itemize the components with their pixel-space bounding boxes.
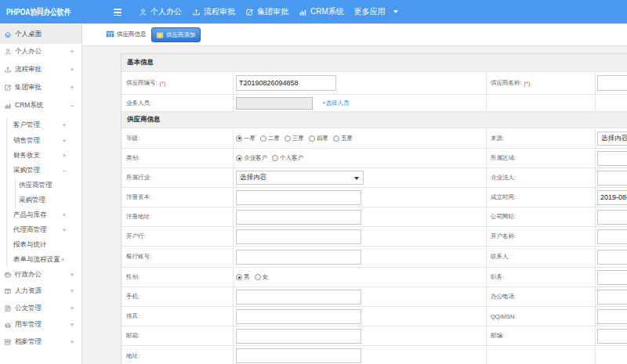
form-input[interactable] xyxy=(597,329,627,344)
form-select[interactable]: 选择内容 xyxy=(236,171,364,185)
field-label: 注册地址: xyxy=(126,213,151,221)
sidebar-item-1[interactable]: 个人办公+ xyxy=(0,44,82,59)
radio-option[interactable]: 女 xyxy=(255,273,269,281)
nav-item-4[interactable]: 更多应用 xyxy=(354,6,398,17)
form-input[interactable] xyxy=(236,309,361,324)
sidebar-item-19[interactable]: 档案管理+ xyxy=(0,334,82,350)
field-label: 供应商编号: xyxy=(126,79,158,87)
expand-toggle: + xyxy=(67,317,77,333)
radio-option[interactable]: 企业客户 xyxy=(236,154,267,162)
sidebar-item-18[interactable]: 用车管理+ xyxy=(0,317,82,333)
form-label-cell: 开户名称: xyxy=(487,227,596,246)
radio-unchecked-icon xyxy=(260,135,266,142)
form-input[interactable] xyxy=(236,229,361,244)
form-select[interactable]: 选择内容 xyxy=(597,132,627,146)
nav-item-3[interactable]: CRM系统 xyxy=(299,6,344,17)
form-row: 银行账号:联系人: xyxy=(121,247,627,268)
sidebar-item-label: 个人办公 xyxy=(15,47,42,56)
form-input[interactable] xyxy=(236,190,361,205)
form-input[interactable] xyxy=(597,270,627,285)
tab-label: 供应商添加 xyxy=(166,31,196,39)
form-field-cell: 一星二星三星四星五星 xyxy=(234,128,487,148)
form-input[interactable] xyxy=(597,75,627,91)
sidebar-item-16[interactable]: 人力资源+ xyxy=(0,283,82,299)
form-field-cell: 选择内容 xyxy=(234,168,487,187)
nav-item-1[interactable]: 流程审批 xyxy=(192,6,235,17)
form-input[interactable] xyxy=(236,329,361,344)
radio-option[interactable]: 个人客户 xyxy=(272,154,303,162)
radio-label: 企业客户 xyxy=(244,154,267,162)
form-label-cell: 成立时间: xyxy=(487,188,596,207)
radio-label: 二星 xyxy=(268,135,280,142)
form-input[interactable] xyxy=(236,348,361,363)
sidebar-item-12[interactable]: 代理商管理+ xyxy=(0,222,82,238)
form-input[interactable] xyxy=(236,97,313,110)
sidebar-item-label: 财务收支 xyxy=(13,151,40,160)
nav-item-label: CRM系统 xyxy=(310,6,344,17)
form-input[interactable] xyxy=(597,290,627,305)
sidebar-item-13[interactable]: 报表与统计 xyxy=(0,237,82,253)
form-input[interactable] xyxy=(236,290,361,305)
field-label: 成立时间: xyxy=(491,193,516,201)
sidebar-item-17[interactable]: 公文管理+ xyxy=(0,301,82,316)
radio-option[interactable]: 男 xyxy=(236,273,250,281)
radio-option[interactable]: 一星 xyxy=(236,135,256,142)
tab-供应商添加[interactable]: 供应商添加 xyxy=(151,27,201,42)
form-field-cell xyxy=(596,287,627,306)
sidebar-item-11[interactable]: 产品与库存+ xyxy=(0,207,82,223)
sidebar-item-5[interactable]: 客户管理+ xyxy=(0,117,82,133)
radio-label: 四星 xyxy=(317,135,328,142)
sidebar-item-14[interactable]: 表单与流程设置+ xyxy=(0,252,82,268)
radio-option[interactable]: 三星 xyxy=(285,135,304,142)
tab-供应商信息[interactable]: 供应商信息 xyxy=(106,30,147,38)
form-input[interactable] xyxy=(597,210,627,225)
form-label-cell: 所属行业: xyxy=(121,168,234,187)
sidebar-item-7[interactable]: 财务收支+ xyxy=(0,148,82,164)
field-label: 等级: xyxy=(126,135,140,142)
form-input[interactable] xyxy=(597,229,627,244)
field-label: 邮箱: xyxy=(126,332,140,340)
nav-item-0[interactable]: 个人办公 xyxy=(139,6,182,17)
nav-item-label: 更多应用 xyxy=(354,6,386,17)
form-input[interactable] xyxy=(597,190,627,205)
choose-person-link[interactable]: +选择人员 xyxy=(322,99,349,107)
sidebar-item-3[interactable]: 集团审批+ xyxy=(0,80,82,96)
tab-bar: 供应商信息供应商添加 xyxy=(82,23,627,46)
sidebar-item-15[interactable]: 行政办公+ xyxy=(0,267,82,283)
form-input[interactable] xyxy=(597,309,627,324)
form-input[interactable] xyxy=(597,171,627,186)
field-label: 性别: xyxy=(126,273,140,281)
expand-toggle: + xyxy=(60,148,69,164)
form-input[interactable] xyxy=(236,75,336,91)
form-row: 等级:一星二星三星四星五星来源:选择内容 xyxy=(121,128,627,149)
app-logo[interactable]: PHPOA协同办公软件 xyxy=(6,0,71,23)
expand-toggle: + xyxy=(60,133,69,149)
form-input[interactable] xyxy=(236,250,361,265)
nav-item-2[interactable]: 集团审批 xyxy=(245,6,288,17)
expand-toggle: + xyxy=(67,80,77,96)
form-label-cell: 公司网站: xyxy=(487,207,596,226)
sidebar-item-2[interactable]: 流程审批+ xyxy=(0,62,82,77)
sidebar-item-4[interactable]: CRM系统− xyxy=(0,98,82,114)
expand-toggle: + xyxy=(67,334,77,350)
form-label-cell: 来源: xyxy=(487,128,596,148)
sidebar-item-0[interactable]: 个人桌面 xyxy=(0,24,82,44)
required-mark: (*) xyxy=(160,80,166,87)
field-label: 注册资本: xyxy=(126,193,151,201)
radio-option[interactable]: 五星 xyxy=(333,135,353,142)
form-input[interactable] xyxy=(236,210,361,225)
form-input[interactable] xyxy=(597,250,627,265)
select-value: 选择内容 xyxy=(601,134,627,143)
sidebar-item-8[interactable]: 采购管理− xyxy=(0,163,82,178)
sidebar-item-10[interactable]: 采购管理 xyxy=(0,193,82,208)
sidebar-item-9[interactable]: 供应商管理 xyxy=(0,178,82,193)
field-label: 开户行: xyxy=(126,232,146,240)
form-label-cell: 等级: xyxy=(121,128,234,148)
radio-option[interactable]: 四星 xyxy=(309,135,328,142)
form-label-cell: 所属区域: xyxy=(487,149,596,168)
hamburger-menu-icon[interactable] xyxy=(114,9,121,16)
sidebar-item-6[interactable]: 销售管理+ xyxy=(0,133,82,149)
book-icon xyxy=(4,287,12,295)
form-input[interactable] xyxy=(597,151,627,166)
radio-option[interactable]: 二星 xyxy=(260,135,280,142)
